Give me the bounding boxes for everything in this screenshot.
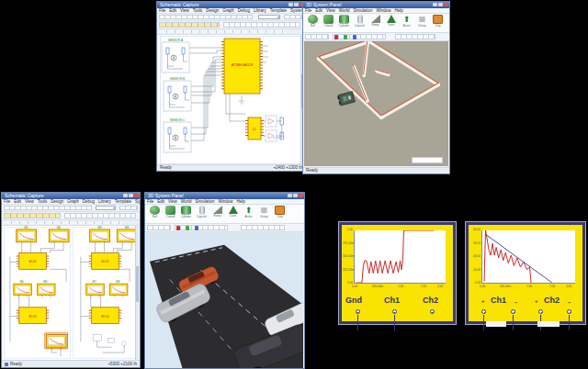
tool-chip[interactable]: Chip — [431, 15, 445, 28]
meter[interactable] — [17, 229, 37, 245]
play-icon[interactable] — [186, 226, 189, 230]
menu-item[interactable]: Library — [254, 8, 266, 13]
view-buttons[interactable] — [305, 34, 329, 39]
robot[interactable] — [337, 91, 356, 106]
meter-selected[interactable] — [46, 334, 66, 350]
menu-item[interactable]: Edit — [157, 199, 164, 204]
view-buttons[interactable] — [147, 225, 171, 230]
minimize-button[interactable] — [433, 3, 437, 6]
tool-cuboid[interactable]: Cuboid — [164, 206, 177, 218]
menu-item[interactable]: Graph — [222, 8, 234, 13]
sim-buttons[interactable] — [333, 34, 386, 39]
ch1-minus-terminal[interactable] — [511, 309, 515, 314]
ch2-plus-terminal[interactable] — [538, 309, 543, 314]
tool-arrow[interactable]: ⬆Arrow — [400, 15, 413, 28]
tool-capsule[interactable]: Capsule — [195, 206, 209, 218]
menu-item[interactable]: File — [159, 8, 165, 13]
tool-capsule[interactable]: Capsule — [353, 15, 367, 28]
tool-group[interactable]: ▦Group — [257, 206, 271, 218]
meter[interactable] — [117, 229, 137, 245]
maximize-button[interactable] — [438, 3, 443, 6]
meter[interactable] — [90, 229, 110, 245]
menu-item[interactable]: Library — [98, 199, 111, 204]
menu-item[interactable]: View — [180, 8, 189, 13]
titlebar[interactable]: 3D System Panel — [145, 193, 304, 199]
tool-cone[interactable]: Cone — [226, 206, 240, 218]
tool-ramp[interactable]: Ramp — [210, 206, 224, 218]
menu-item[interactable]: Tools — [193, 8, 203, 13]
menu-item[interactable]: Help — [236, 199, 244, 204]
mode-buttons-2[interactable] — [223, 22, 300, 28]
camera-buttons[interactable] — [395, 34, 435, 39]
close-button[interactable] — [444, 3, 448, 6]
tool-group[interactable]: ▦Group — [415, 15, 429, 28]
scrollbar-thumb[interactable] — [136, 266, 139, 301]
menu-item[interactable]: World — [181, 199, 192, 204]
tool-arrow[interactable]: ⬆Arrow — [242, 206, 255, 218]
menu-item[interactable]: Edit — [315, 8, 322, 13]
menu-item[interactable]: View — [25, 199, 34, 204]
meter[interactable] — [86, 284, 105, 297]
menu-item[interactable]: Template — [270, 8, 287, 13]
menu-item[interactable]: Edit — [14, 199, 21, 204]
menu-item[interactable]: Debug — [238, 8, 250, 13]
menu-item[interactable]: Design — [51, 199, 63, 204]
meter[interactable] — [49, 229, 69, 245]
sheet-tabs[interactable] — [159, 30, 288, 33]
titlebar[interactable]: Schematic Capture — [2, 193, 140, 199]
menu-item[interactable]: Design — [206, 8, 219, 13]
menu-item[interactable]: Edit — [169, 8, 176, 13]
menu-item[interactable]: Tools — [38, 199, 48, 204]
gnd-terminal[interactable] — [356, 309, 360, 314]
titlebar[interactable]: Schematic Capture — [157, 2, 305, 8]
minimize-button[interactable] — [288, 194, 292, 197]
mode-buttons-2[interactable] — [64, 213, 136, 218]
play-icon[interactable] — [344, 35, 347, 39]
menu-item[interactable]: Graph — [67, 199, 79, 204]
menu-item[interactable]: Help — [394, 8, 402, 13]
menu-item[interactable]: World — [339, 8, 350, 13]
ch2-minus-terminal[interactable] — [567, 309, 571, 314]
toolbar-buttons[interactable] — [159, 15, 253, 19]
maze-3d-viewport[interactable] — [304, 41, 448, 166]
tool-ramp[interactable]: Ramp — [368, 15, 382, 27]
close-button[interactable] — [299, 194, 303, 197]
maximize-button[interactable] — [294, 3, 299, 6]
schematic-canvas[interactable]: M1 M2 M3 M4 MCU1 MCU2 M5 M6 M7 — [3, 226, 139, 362]
mode-buttons[interactable] — [4, 213, 61, 218]
menu-item[interactable]: View — [326, 8, 335, 13]
subcircuit-c[interactable] — [164, 122, 191, 152]
toolbar-buttons[interactable] — [4, 206, 92, 210]
menu-item[interactable]: Template — [115, 199, 131, 204]
tool-ball[interactable]: Ball — [148, 206, 162, 218]
maximize-button[interactable] — [129, 194, 133, 197]
tool-cuboid[interactable]: Cuboid — [322, 15, 335, 28]
menu-item[interactable]: View — [168, 199, 177, 204]
tool-cone[interactable]: Cone — [384, 15, 398, 27]
zoom-combobox[interactable] — [258, 15, 280, 19]
sheet-tabs[interactable] — [4, 221, 123, 224]
menu-item[interactable]: Window — [218, 199, 232, 204]
ch1-terminal[interactable] — [392, 309, 397, 314]
menu-item[interactable]: File — [4, 199, 10, 204]
subcircuit-a[interactable] — [162, 42, 189, 73]
menu-item[interactable]: Debug — [83, 199, 95, 204]
minimize-button[interactable] — [123, 194, 128, 197]
menu-item[interactable]: File — [305, 8, 311, 13]
minimize-button[interactable] — [288, 3, 293, 6]
mcu-chip[interactable]: ATMEGA328 — [223, 39, 262, 94]
tool-ball[interactable]: Ball — [306, 15, 320, 28]
toolbar-buttons-right[interactable] — [119, 206, 138, 210]
tool-chip[interactable]: Chip — [273, 206, 287, 218]
record-icon[interactable] — [176, 226, 180, 230]
meter[interactable] — [109, 284, 128, 297]
tool-cylinder[interactable]: Cylinder — [337, 15, 351, 28]
toolbar-buttons-right[interactable] — [284, 15, 302, 19]
camera-buttons[interactable] — [241, 225, 285, 230]
menu-item[interactable]: Simulation — [195, 199, 214, 204]
maximize-button[interactable] — [293, 194, 298, 197]
close-button[interactable] — [134, 194, 139, 197]
record-icon[interactable] — [334, 35, 338, 39]
sim-buttons[interactable] — [175, 225, 228, 230]
pause-icon[interactable] — [353, 35, 356, 39]
